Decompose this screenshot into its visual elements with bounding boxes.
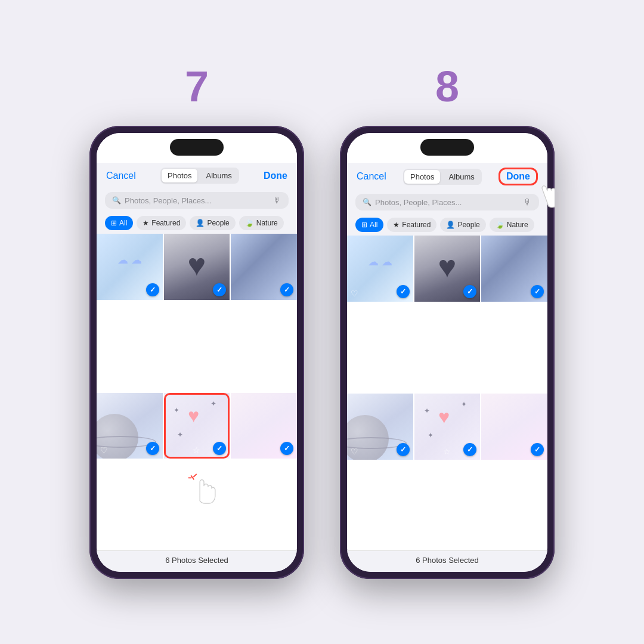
select-check-3-7: ✓: [280, 283, 293, 296]
tab-photos-7[interactable]: Photos: [162, 169, 197, 182]
sparkle-2-7: ✦: [210, 400, 216, 408]
chip-all-icon-8: ⊞: [361, 221, 367, 229]
picker-header-7: Cancel Photos Albums Done: [97, 163, 297, 188]
chip-nature-7[interactable]: 🍃 Nature: [239, 216, 284, 230]
picker-bottom-7: 6 Photos Selected: [97, 550, 297, 572]
photo-cell-3-8[interactable]: ✓: [481, 236, 547, 302]
tab-photos-8[interactable]: Photos: [404, 170, 440, 184]
chip-all-7[interactable]: ⊞ All: [105, 216, 133, 230]
photo-cell-5-8[interactable]: ✦ ✦ ✦ ♥ ✓ ☆: [414, 394, 481, 460]
chip-all-8[interactable]: ⊞ All: [355, 218, 383, 232]
photo-cell-1-8[interactable]: ☁ ☁ ✓ ♡: [347, 236, 413, 302]
search-icon-8: 🔍: [363, 198, 371, 206]
photo-row-1-8: ☁ ☁ ✓ ♡ ♥ ✓ ✓: [347, 236, 547, 392]
chip-people-icon-7: 👤: [196, 219, 205, 227]
status-bar-8: [347, 133, 547, 163]
photo-cell-2-7[interactable]: ♥ ✓: [164, 234, 230, 300]
chip-nature-icon-8: 🍃: [496, 221, 504, 229]
select-check-2-8: ✓: [463, 285, 476, 298]
step-7-container: 7 Cancel Photos Albums Done 🔍 Photos, P: [89, 65, 304, 579]
photo-grid-8: ☁ ☁ ✓ ♡ ♥ ✓ ✓: [347, 236, 547, 550]
sparkle-3-8: ✦: [428, 431, 434, 439]
cancel-button-8[interactable]: Cancel: [357, 171, 386, 182]
phone-8: Cancel Photos Albums Done 🔍 Photos, Peop…: [340, 126, 555, 579]
sparkle-3-7: ✦: [177, 431, 183, 439]
photo-cell-6-7[interactable]: ✓: [231, 393, 297, 459]
done-button-8[interactable]: Done: [499, 168, 538, 185]
sparkle-1-8: ✦: [424, 407, 430, 415]
photo-cell-4-8[interactable]: ✓ ♡: [347, 394, 413, 460]
photo-cell-5-7[interactable]: ✦ ✦ ✦ ♥ ✓ ☆: [164, 393, 230, 459]
chip-all-label-7: All: [119, 219, 127, 227]
sparkle-1-7: ✦: [174, 406, 179, 414]
mic-icon-7[interactable]: 🎙: [273, 196, 281, 205]
chip-people-label-8: People: [457, 221, 479, 229]
step-8-container: 8 Cancel Photos Albums Done: [340, 65, 555, 579]
photo-cell-3-7[interactable]: ✓: [231, 234, 297, 300]
chip-all-label-8: All: [370, 221, 377, 229]
phone-7-screen: Cancel Photos Albums Done 🔍 Photos, Peop…: [97, 133, 297, 572]
cancel-button-7[interactable]: Cancel: [106, 171, 136, 181]
heart-btn-4-7: ♡: [100, 445, 108, 455]
pink-heart-8: ♥: [438, 405, 450, 428]
search-bar-7: 🔍 Photos, People, Places... 🎙: [97, 188, 297, 212]
select-check-4-8: ✓: [397, 443, 410, 456]
select-check-4-7: ✓: [146, 442, 159, 455]
select-check-3-8: ✓: [531, 285, 544, 298]
picker-tabs-8: Photos Albums: [403, 169, 482, 185]
select-check-5-8: ✓: [463, 443, 476, 456]
star-btn-5-7: ☆: [193, 445, 200, 455]
search-icon-7: 🔍: [112, 196, 121, 205]
chip-nature-icon-7: 🍃: [245, 219, 254, 227]
chip-all-icon-7: ⊞: [111, 219, 117, 227]
photo-row-2-8: ✓ ♡ ✦ ✦ ✦ ♥ ✓ ☆ ✓: [347, 394, 547, 550]
step-8-number: 8: [435, 65, 459, 108]
tab-albums-8[interactable]: Albums: [442, 170, 480, 184]
search-input-8[interactable]: 🔍 Photos, People, Places... 🎙: [355, 194, 539, 210]
chip-nature-label-7: Nature: [256, 219, 278, 227]
camera-pill-7: [170, 139, 224, 156]
tab-albums-7[interactable]: Albums: [200, 169, 237, 182]
heart-deco-8: ♥: [438, 249, 457, 284]
sparkle-2-8: ✦: [461, 400, 467, 408]
chip-featured-icon-8: ★: [393, 221, 400, 229]
select-check-6-8: ✓: [531, 443, 544, 456]
chip-featured-8[interactable]: ★ Featured: [387, 218, 436, 232]
chip-nature-8[interactable]: 🍃 Nature: [490, 218, 534, 232]
heart-deco-7: ♥: [188, 247, 206, 283]
chip-featured-7[interactable]: ★ Featured: [137, 216, 186, 230]
select-check-2-7: ✓: [213, 283, 226, 296]
phone-7: Cancel Photos Albums Done 🔍 Photos, Peop…: [89, 126, 304, 579]
photo-cell-6-8[interactable]: ✓: [481, 394, 547, 460]
cloud-deco-7: ☁ ☁: [117, 253, 142, 267]
photo-cell-4-7[interactable]: ✓ ♡: [97, 393, 163, 459]
filter-chips-8: ⊞ All ★ Featured 👤 People 🍃 Nature: [347, 214, 547, 236]
search-input-7[interactable]: 🔍 Photos, People, Places... 🎙: [105, 192, 289, 209]
chip-featured-label-8: Featured: [402, 221, 431, 229]
picker-bottom-8: 6 Photos Selected: [347, 550, 547, 572]
mic-icon-8[interactable]: 🎙: [524, 197, 532, 207]
chip-people-7[interactable]: 👤 People: [190, 216, 235, 230]
picker-tabs-7: Photos Albums: [160, 168, 239, 184]
select-check-1-7: ✓: [146, 283, 159, 296]
pink-heart-7: ♥: [188, 405, 199, 427]
select-check-6-7: ✓: [280, 442, 293, 455]
chip-people-8[interactable]: 👤 People: [440, 218, 485, 232]
camera-pill-8: [420, 139, 474, 156]
heart-btn-1-8: ♡: [351, 289, 358, 298]
photo-cell-2-8[interactable]: ♥ ✓: [414, 236, 481, 302]
select-check-5-7: ✓: [213, 442, 226, 455]
filter-chips-7: ⊞ All ★ Featured 👤 People 🍃 Nature: [97, 212, 297, 234]
done-highlight-box-8: Done: [499, 168, 538, 185]
done-button-7[interactable]: Done: [264, 171, 287, 181]
photo-cell-1-7[interactable]: ☁ ☁ ✓: [97, 234, 163, 300]
chip-people-label-7: People: [207, 219, 229, 227]
chip-people-icon-8: 👤: [446, 221, 455, 229]
search-bar-8: 🔍 Photos, People, Places... 🎙: [347, 190, 547, 214]
heart-btn-4-8: ♡: [351, 447, 358, 456]
phone-8-screen: Cancel Photos Albums Done 🔍 Photos, Peop…: [347, 133, 547, 572]
status-bar-7: [97, 133, 297, 163]
step-7-number: 7: [185, 65, 209, 108]
cloud-deco-8: ☁ ☁: [368, 255, 392, 268]
chip-featured-label-7: Featured: [151, 219, 180, 227]
